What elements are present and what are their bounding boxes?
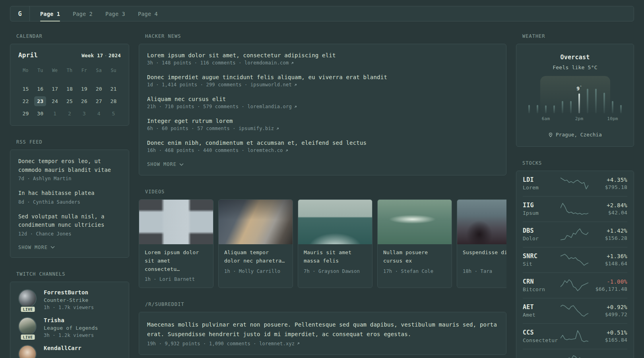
stock-id: CCS Consectetur xyxy=(523,329,559,343)
video-thumbnail[interactable] xyxy=(378,200,452,244)
location-pin-icon xyxy=(548,132,553,138)
twitch-channel-row[interactable]: LIVE ForrestBurton Counter-Strike 1h · 1… xyxy=(18,289,121,310)
stock-symbol[interactable]: DBS xyxy=(523,227,559,234)
app-logo[interactable]: G xyxy=(10,6,30,21)
video-card[interactable]: Nullam posuere cursus ex 17h · Stefan Co… xyxy=(377,199,452,288)
calendar-day-grid: 15 16 17 18 xyxy=(18,83,121,120)
video-card-body: Aliquam tempor dolor nec pharetra… 1h · … xyxy=(219,244,293,280)
video-meta: 1h · Molly Carrillo xyxy=(224,268,287,274)
hackernews-show-more-button[interactable]: SHOW MORE xyxy=(147,161,498,167)
stock-symbol[interactable]: LDI xyxy=(523,176,559,183)
hackernews-item-title[interactable]: Donec imperdiet augue tincidunt felis al… xyxy=(147,74,498,80)
rss-item-meta: 7d · Ashlyn Martin xyxy=(18,176,121,181)
rss-item-title[interactable]: In hac habitasse platea xyxy=(18,189,121,198)
stock-symbol[interactable]: IIG xyxy=(523,202,559,209)
calendar-day: 1 xyxy=(48,107,62,120)
twitch-channel-game[interactable]: League of Legends xyxy=(44,325,98,331)
stock-row[interactable]: SNRC Sit +1.36% $148.64 xyxy=(523,247,627,272)
video-thumbnail[interactable] xyxy=(139,200,213,244)
stock-row[interactable]: IIG Ipsum +2.84% $42.04 xyxy=(523,196,627,222)
subreddit-header: /R/SUBREDDIT xyxy=(145,302,506,307)
hour-tick-label: 10pm xyxy=(607,116,618,121)
hackernews-item-domain[interactable]: loremlandia.org xyxy=(247,104,297,109)
hackernews-item-title[interactable]: Donec enim nibh, condimentum et accumsan… xyxy=(147,140,498,146)
twitch-channel-game[interactable]: Counter-Strike xyxy=(44,297,94,303)
stock-name: Ipsum xyxy=(523,210,559,216)
twitch-channel-row[interactable]: LIVE KendallCarr xyxy=(18,345,121,358)
hackernews-item-title[interactable]: Aliquam nec cursus elit xyxy=(147,96,498,102)
video-title[interactable]: Lorem ipsum dolor sit amet consectetu… xyxy=(145,249,208,273)
hour-bar xyxy=(612,101,613,113)
page-tab-label: Page 1 xyxy=(40,11,60,17)
twitch-channel-name[interactable]: Trisha xyxy=(44,317,98,323)
video-card[interactable]: Lorem ipsum dolor sit amet consectetu… 1… xyxy=(139,199,213,288)
video-card[interactable]: Mauris sit amet massa felis 7h · Grayson… xyxy=(298,199,372,288)
weather-bar-slot xyxy=(550,82,559,113)
hackernews-item-domain[interactable]: ipsumworld.net xyxy=(250,82,297,88)
twitch-channel-name[interactable]: KendallCarr xyxy=(44,345,81,351)
video-card[interactable]: Aliquam tempor dolor nec pharetra… 1h · … xyxy=(218,199,293,288)
rss-item[interactable]: In hac habitasse platea 8d · Cynthia Sau… xyxy=(18,189,121,205)
stock-row[interactable]: AHS +0.46% xyxy=(523,349,627,358)
hackernews-item-title[interactable]: Integer eget rutrum lorem xyxy=(147,118,498,124)
calendar-day: 29 xyxy=(18,107,33,120)
video-title[interactable]: Mauris sit amet massa felis xyxy=(304,249,367,265)
weather-bar-slot xyxy=(525,82,533,113)
stock-row[interactable]: CCS Consectetur +0.51% $165.84 xyxy=(523,323,627,349)
video-title[interactable]: Aliquam tempor dolor nec pharetra… xyxy=(224,249,287,265)
stock-row[interactable]: LDI Lorem +4.35% $795.18 xyxy=(523,171,627,196)
rss-item[interactable]: Donec tempor eros leo, ut commodo mauris… xyxy=(18,157,121,181)
chevron-down-icon xyxy=(50,246,55,249)
twitch-channel-name[interactable]: ForrestBurton xyxy=(44,289,94,296)
stock-symbol[interactable]: AET xyxy=(523,304,559,311)
page-tab[interactable]: Page 1 xyxy=(40,6,60,21)
subreddit-post-domain[interactable]: loremnet.xyz xyxy=(259,341,300,346)
calendar-day: 24 xyxy=(48,95,62,107)
calendar-weekday: We xyxy=(48,65,62,76)
hackernews-item-domain[interactable]: loremtech.co xyxy=(247,148,288,153)
stock-values: +1.42% $156.28 xyxy=(589,228,627,241)
rss-item[interactable]: Sed volutpat nulla nisl, a condimentum n… xyxy=(18,212,121,237)
stock-row[interactable]: CRN Bitcorn -1.00% $66,171.48 xyxy=(523,272,627,298)
stocks-widget: LDI Lorem +4.35% $795.18 IIG Ipsum xyxy=(516,171,634,358)
rss-item-title[interactable]: Sed volutpat nulla nisl, a condimentum n… xyxy=(18,212,121,230)
video-title[interactable]: Suspendisse diam xyxy=(463,249,506,265)
video-card[interactable]: Suspendisse diam 18h · Tara xyxy=(457,199,506,288)
hackernews-item-meta: 16h · 468 points · 440 comments · loremt… xyxy=(147,148,498,153)
stock-id: DBS Dolor xyxy=(523,227,559,241)
calendar-day: 20 xyxy=(91,83,106,95)
hour-bar xyxy=(562,101,563,113)
stock-symbol[interactable]: CRN xyxy=(523,278,559,285)
twitch-channel-row[interactable]: LIVE Trisha League of Legends 3h · 1.2k … xyxy=(18,317,121,338)
rss-item-title[interactable]: Donec tempor eros leo, ut commodo mauris… xyxy=(18,157,121,174)
page-tab-label: Page 3 xyxy=(105,11,125,17)
stock-symbol[interactable]: SNRC xyxy=(523,253,559,260)
hackernews-item-stats: 21h · 710 points · 579 comments · xyxy=(147,104,247,109)
stock-price: $795.18 xyxy=(589,184,627,190)
subreddit-post-title[interactable]: Maecenas mollis pulvinar erat non posuer… xyxy=(147,320,498,339)
video-thumbnail[interactable] xyxy=(298,200,372,244)
columns: CALENDAR April Week 17·2024 Mo Tu We xyxy=(10,33,634,358)
hackernews-item-domain[interactable]: loremdomain.com xyxy=(244,60,294,66)
current-hour-bar xyxy=(578,93,580,113)
stock-row[interactable]: AET Amet +0.92% $499.72 xyxy=(523,298,627,323)
video-title[interactable]: Nullam posuere cursus ex xyxy=(383,249,446,265)
hackernews-item-domain[interactable]: ipsumify.biz xyxy=(239,126,279,131)
video-thumbnail[interactable] xyxy=(219,200,293,244)
calendar-day: 23 xyxy=(33,95,48,107)
dot-separator: · xyxy=(103,53,109,58)
video-thumbnail[interactable] xyxy=(457,200,506,244)
hackernews-item-meta: 3h · 148 points · 116 comments · loremdo… xyxy=(147,60,498,66)
stock-row[interactable]: DBS Dolor +1.42% $156.28 xyxy=(523,222,627,247)
rss-show-more-button[interactable]: SHOW MORE xyxy=(18,245,121,250)
stock-price: $499.72 xyxy=(589,311,627,317)
stock-price: $42.04 xyxy=(589,210,627,216)
hackernews-item-title[interactable]: Lorem ipsum dolor sit amet, consectetur … xyxy=(147,52,498,58)
avatar xyxy=(18,345,37,358)
page-tab[interactable]: Page 4 xyxy=(138,6,158,21)
page-tab[interactable]: Page 3 xyxy=(105,6,125,21)
stock-symbol[interactable]: CCS xyxy=(523,329,559,336)
hackernews-item: Donec enim nibh, condimentum et accumsan… xyxy=(147,140,498,153)
stock-change: -1.00% xyxy=(589,278,627,285)
page-tab[interactable]: Page 2 xyxy=(73,6,93,21)
